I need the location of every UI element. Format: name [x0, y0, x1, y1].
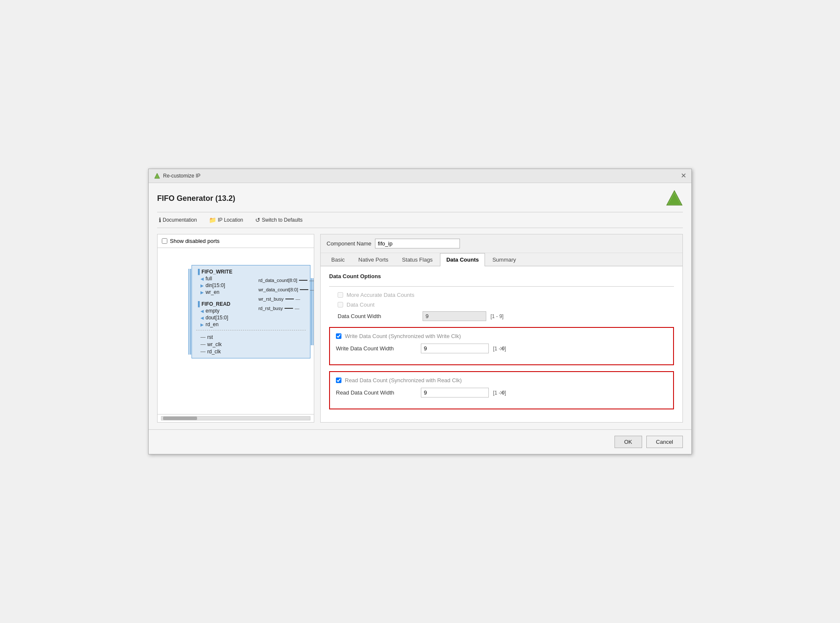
read-data-count-label: Read Data Count (Synchronized with Read …	[345, 377, 462, 383]
read-data-count-width-row: Read Data Count Width ✕ [1 - 9]	[336, 388, 667, 397]
signal-wr-data-count: wr_data_count[8:0] —	[258, 287, 314, 292]
window-title: Re-customize IP	[163, 173, 200, 179]
info-icon: ℹ	[159, 217, 161, 223]
title-bar-left: Re-customize IP	[154, 172, 200, 179]
component-name-row: Component Name	[321, 234, 682, 253]
show-disabled-ports-label: Show disabled ports	[170, 238, 220, 244]
bottom-bar: OK Cancel	[149, 429, 691, 454]
cancel-button[interactable]: Cancel	[646, 436, 683, 448]
left-panel-header: Show disabled ports	[158, 234, 314, 248]
switch-defaults-button[interactable]: ↺ Switch to Defaults	[254, 216, 304, 224]
signal-rd-rst-busy: rd_rst_busy —	[258, 306, 314, 311]
more-accurate-row: More Accurate Data Counts	[338, 292, 674, 298]
close-button[interactable]: ✕	[681, 172, 686, 179]
port-wr-clk: — wr_clk	[200, 341, 306, 347]
read-data-count-checkbox[interactable]	[336, 378, 341, 383]
tabs-bar: Basic Native Ports Status Flags Data Cou…	[321, 253, 682, 266]
xilinx-logo	[666, 190, 683, 207]
write-data-count-width-row: Write Data Count Width ✕ [1 - 9]	[336, 344, 667, 353]
more-accurate-checkbox[interactable]	[338, 292, 343, 298]
switch-defaults-label: Switch to Defaults	[262, 217, 303, 223]
horizontal-scrollbar[interactable]	[161, 416, 310, 420]
refresh-icon: ↺	[255, 217, 260, 223]
show-disabled-ports-checkbox[interactable]	[162, 238, 167, 244]
left-panel: Show disabled ports	[157, 234, 314, 423]
write-data-count-option-row: Write Data Count (Synchronized with Writ…	[336, 333, 667, 339]
write-data-count-section: Write Data Count (Synchronized with Writ…	[329, 327, 674, 365]
app-icon	[154, 172, 161, 179]
fifo-read-label: FIFO_READ	[202, 301, 231, 307]
read-data-count-width-label: Read Data Count Width	[336, 389, 421, 396]
tab-summary[interactable]: Summary	[486, 253, 522, 266]
write-data-count-width-label: Write Data Count Width	[336, 345, 421, 352]
documentation-label: Documentation	[163, 217, 197, 223]
section-title: Data Count Options	[329, 273, 674, 281]
write-data-count-label: Write Data Count (Synchronized with Writ…	[345, 333, 461, 339]
port-rd-en: ▶ rd_en	[200, 321, 306, 327]
tab-content-data-counts: Data Count Options More Accurate Data Co…	[321, 266, 682, 422]
tab-basic[interactable]: Basic	[325, 253, 351, 266]
tab-native-ports[interactable]: Native Ports	[352, 253, 395, 266]
ok-button[interactable]: OK	[614, 436, 642, 448]
read-data-count-width-input[interactable]	[421, 388, 498, 397]
port-rst: — rst	[200, 334, 306, 340]
right-panel: Component Name Basic Native Ports Status…	[320, 234, 683, 423]
app-title-row: FIFO Generator (13.2)	[157, 190, 683, 207]
read-data-count-option-row: Read Data Count (Synchronized with Read …	[336, 377, 667, 383]
data-count-label: Data Count	[347, 302, 375, 308]
component-name-input[interactable]	[375, 239, 460, 248]
write-data-count-range: [1 - 9]	[493, 346, 506, 352]
fifo-write-label: FIFO_WRITE	[202, 269, 233, 275]
more-accurate-label: More Accurate Data Counts	[347, 292, 414, 298]
data-count-width-input[interactable]	[423, 311, 486, 321]
component-name-label: Component Name	[327, 240, 372, 247]
left-panel-content: ▐ FIFO_WRITE ◀ full ▶ di	[158, 248, 314, 414]
main-window: Re-customize IP ✕ FIFO Generator (13.2) …	[148, 169, 692, 454]
tab-data-counts[interactable]: Data Counts	[440, 253, 485, 266]
content-area: FIFO Generator (13.2) ℹ Documentation 📁 …	[149, 183, 691, 429]
svg-marker-0	[155, 173, 160, 178]
signal-rd-data-count: rd_data_count[8:0] —	[258, 278, 314, 283]
write-data-count-checkbox[interactable]	[336, 333, 341, 339]
data-count-checkbox[interactable]	[338, 302, 343, 307]
tab-status-flags[interactable]: Status Flags	[396, 253, 439, 266]
data-count-row: Data Count	[338, 302, 674, 308]
toolbar: ℹ Documentation 📁 IP Location ↺ Switch t…	[157, 212, 683, 228]
port-dout: ◀ dout[15:0]	[200, 315, 306, 321]
data-count-width-range: [1 - 9]	[490, 313, 504, 319]
ip-location-button[interactable]: 📁 IP Location	[207, 216, 245, 224]
read-data-count-range: [1 - 9]	[493, 390, 506, 396]
documentation-button[interactable]: ℹ Documentation	[157, 216, 199, 224]
read-data-count-section: Read Data Count (Synchronized with Read …	[329, 371, 674, 409]
write-data-count-width-input[interactable]	[421, 344, 498, 353]
data-count-width-row: Data Count Width [1 - 9]	[338, 311, 674, 321]
port-rd-clk: — rd_clk	[200, 349, 306, 355]
app-title-text: FIFO Generator (13.2)	[157, 194, 235, 203]
ip-location-label: IP Location	[218, 217, 243, 223]
signal-wr-rst-busy: wr_rst_busy —	[258, 296, 314, 302]
left-panel-bottom	[158, 414, 314, 422]
title-bar: Re-customize IP ✕	[149, 169, 691, 183]
write-data-count-width-field: ✕	[421, 344, 489, 353]
main-body: Show disabled ports	[157, 234, 683, 423]
data-count-width-label: Data Count Width	[338, 313, 423, 319]
location-icon: 📁	[209, 217, 216, 223]
read-data-count-width-field: ✕	[421, 388, 489, 397]
scrollbar-thumb	[163, 417, 197, 420]
